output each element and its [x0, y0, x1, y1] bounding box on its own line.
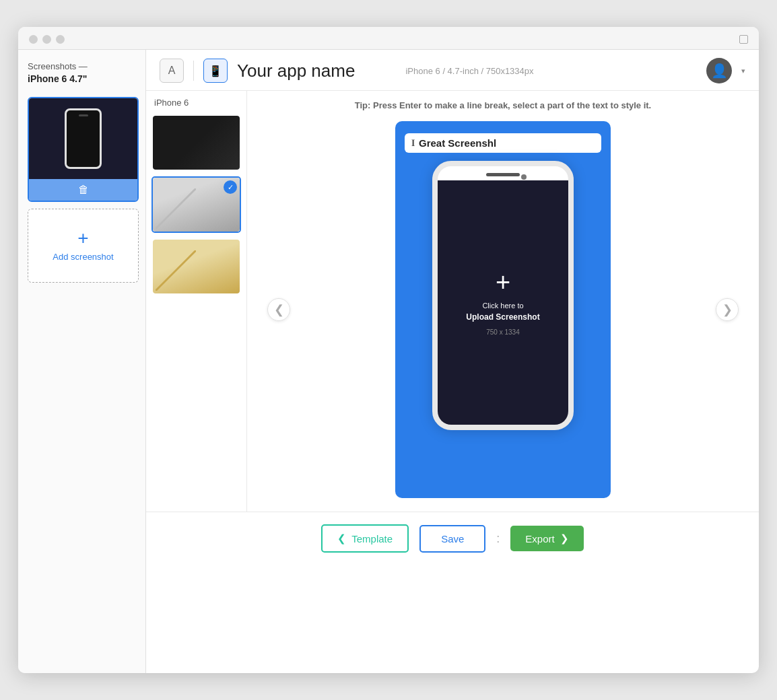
template-thumb-curved[interactable]: ✓ [151, 176, 241, 233]
tip-prefix: Tip: [355, 100, 371, 110]
screenshot-phone-preview [29, 98, 137, 179]
template-thumb-dark[interactable] [151, 114, 241, 171]
save-label: Save [441, 533, 464, 545]
tip-text: Tip: Press Enter to make a line break, s… [355, 100, 651, 110]
plus-icon: + [77, 229, 88, 248]
main-layout: Screenshots — iPhone 6 4.7" 1 🗑 + Add sc… [18, 50, 759, 673]
app-window: Screenshots — iPhone 6 4.7" 1 🗑 + Add sc… [18, 27, 759, 673]
device-panel: iPhone 6 ✓ [146, 91, 759, 512]
right-arrow-icon: ❯ [722, 302, 733, 317]
template-thumb-gold[interactable] [151, 238, 241, 295]
phone-mini-preview [65, 108, 102, 169]
avatar-caret-icon[interactable]: ▾ [741, 67, 745, 75]
text-tool-button[interactable]: A [160, 59, 184, 83]
prev-arrow-button[interactable]: ❮ [267, 298, 290, 321]
action-colon: : [496, 532, 500, 546]
close-dot[interactable] [29, 35, 38, 44]
text-cursor-icon: 𝐈 [411, 137, 415, 149]
add-screenshot-label: Add screenshot [53, 252, 113, 262]
template-selector: iPhone 6 ✓ [146, 91, 247, 512]
screenshot-delete-bar[interactable]: 🗑 [29, 179, 137, 201]
upload-text: Click here to Upload Screenshot [466, 300, 539, 324]
device-info-subtitle: iPhone 6 / 4.7-inch / 750x1334px [405, 66, 533, 76]
text-tool-icon: A [168, 65, 176, 77]
tip-body: Press Enter to make a line break, select… [373, 100, 651, 110]
text-input-bar[interactable]: 𝐈 Great Screenshl [405, 133, 601, 153]
sidebar: Screenshots — iPhone 6 4.7" 1 🗑 + Add sc… [18, 50, 146, 673]
action-bar: ❮ Template Save : Export ❯ [146, 512, 759, 567]
phone-frame: + Click here to Upload Screenshot 750 x … [432, 161, 574, 430]
user-avatar[interactable]: 👤 [706, 58, 732, 83]
preview-wrapper: ❮ 𝐈 Great Screenshl [261, 121, 745, 498]
device-tool-button[interactable]: 📱 [203, 59, 228, 83]
next-arrow-button[interactable]: ❯ [716, 298, 739, 321]
export-forward-icon: ❯ [560, 532, 569, 545]
add-screenshot-button[interactable]: + Add screenshot [28, 209, 139, 283]
window-controls [29, 35, 65, 44]
trash-icon: 🗑 [78, 184, 89, 196]
template-back-icon: ❮ [337, 532, 346, 545]
upload-dimensions: 750 x 1334 [486, 328, 520, 336]
screenshot-item-1[interactable]: 1 🗑 [28, 97, 139, 202]
minimize-dot[interactable] [42, 35, 51, 44]
toolbar: A 📱 Your app name iPhone 6 / 4.7-inch / … [146, 50, 759, 91]
content-area: A 📱 Your app name iPhone 6 / 4.7-inch / … [146, 50, 759, 673]
template-thumb-img-dark [153, 116, 240, 170]
export-button[interactable]: Export ❯ [510, 526, 583, 551]
fullscreen-dot[interactable] [56, 35, 65, 44]
left-arrow-icon: ❮ [274, 302, 284, 317]
screenshot-card[interactable]: 𝐈 Great Screenshl + Click her [395, 121, 611, 498]
gold-shape-svg [156, 250, 196, 291]
sidebar-title: Screenshots — iPhone 6 4.7" [28, 61, 139, 86]
upload-line1: Click here to [482, 302, 523, 310]
template-button[interactable]: ❮ Template [321, 524, 409, 553]
phone-screen[interactable]: + Click here to Upload Screenshot 750 x … [438, 180, 568, 425]
maximize-icon[interactable] [739, 35, 748, 44]
curved-shape-svg [156, 188, 196, 229]
phone-camera [521, 174, 527, 180]
save-button[interactable]: Save [419, 525, 485, 553]
toolbar-divider [193, 61, 194, 81]
phone-speaker [486, 173, 520, 176]
template-label: Template [351, 533, 393, 545]
screenshot-headline-text[interactable]: Great Screenshl [419, 137, 595, 149]
app-name-title: Your app name [237, 61, 391, 81]
device-label: iPhone 6 [151, 98, 241, 108]
titlebar [18, 27, 759, 50]
upload-plus-icon: + [496, 269, 510, 295]
canvas-area: Tip: Press Enter to make a line break, s… [247, 91, 759, 512]
template-thumb-img-gold [153, 240, 240, 293]
export-label: Export [525, 533, 554, 545]
selected-check-icon: ✓ [224, 180, 237, 194]
upload-line2: Upload Screenshot [466, 311, 539, 323]
avatar-icon: 👤 [711, 63, 728, 79]
device-tool-icon: 📱 [209, 65, 222, 77]
